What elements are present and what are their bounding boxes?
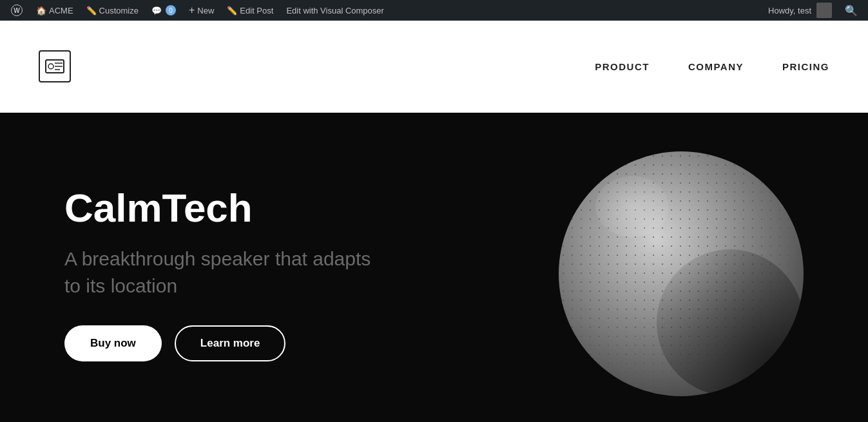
nav-company[interactable]: COMPANY — [688, 61, 744, 72]
speaker-highlight — [595, 176, 669, 237]
new-button[interactable]: + New — [184, 0, 219, 21]
admin-bar: W 🏠 ACME ✏️ Customize 💬 0 + New ✏️ Edit … — [0, 0, 868, 21]
hero-title: CalmTech — [64, 186, 387, 230]
search-icon: 🔍 — [845, 5, 858, 17]
howdy-button[interactable]: Howdy, test — [763, 0, 837, 21]
nav-product[interactable]: PRODUCT — [595, 61, 650, 72]
plus-icon: + — [189, 5, 195, 16]
user-avatar — [816, 3, 832, 18]
learn-more-button[interactable]: Learn more — [175, 325, 286, 361]
hero-content: CalmTech A breakthrough speaker that ada… — [64, 186, 387, 361]
customize-icon: ✏️ — [86, 6, 97, 15]
comments-icon: 💬 — [151, 6, 162, 15]
edit-post-button[interactable]: ✏️ Edit Post — [222, 0, 278, 21]
edit-vc-label: Edit with Visual Composer — [286, 6, 384, 15]
buy-now-button[interactable]: Buy now — [64, 325, 162, 361]
edit-post-icon: ✏️ — [227, 6, 237, 15]
customize-button[interactable]: ✏️ Customize — [81, 0, 144, 21]
hero-section: CalmTech A breakthrough speaker that ada… — [0, 113, 868, 422]
comments-count: 0 — [166, 5, 176, 15]
speaker-image — [559, 151, 804, 396]
new-label: New — [197, 6, 214, 15]
svg-text:W: W — [14, 7, 20, 14]
site-name-label: ACME — [49, 6, 73, 15]
site-logo — [39, 50, 71, 82]
speaker-shadow — [657, 249, 804, 396]
site-name-button[interactable]: 🏠 ACME — [31, 0, 79, 21]
comments-button[interactable]: 💬 0 — [146, 0, 181, 21]
logo-svg — [44, 56, 65, 77]
hero-buttons: Buy now Learn more — [64, 325, 387, 361]
hero-subtitle: A breakthrough speaker that adapts to it… — [64, 245, 387, 300]
svg-point-3 — [48, 64, 53, 69]
site-nav: PRODUCT COMPANY PRICING — [595, 61, 829, 72]
edit-vc-button[interactable]: Edit with Visual Composer — [281, 0, 389, 21]
edit-post-label: Edit Post — [240, 6, 273, 15]
admin-bar-right: Howdy, test 🔍 — [763, 0, 863, 21]
logo-icon — [39, 50, 71, 82]
search-button[interactable]: 🔍 — [840, 0, 863, 21]
customize-label: Customize — [99, 6, 139, 15]
site-name-icon: 🏠 — [36, 6, 46, 15]
site-header: PRODUCT COMPANY PRICING — [0, 21, 868, 113]
nav-pricing[interactable]: PRICING — [782, 61, 829, 72]
wp-logo-button[interactable]: W — [5, 0, 28, 21]
howdy-label: Howdy, test — [768, 6, 811, 15]
wordpress-icon: W — [10, 4, 23, 17]
